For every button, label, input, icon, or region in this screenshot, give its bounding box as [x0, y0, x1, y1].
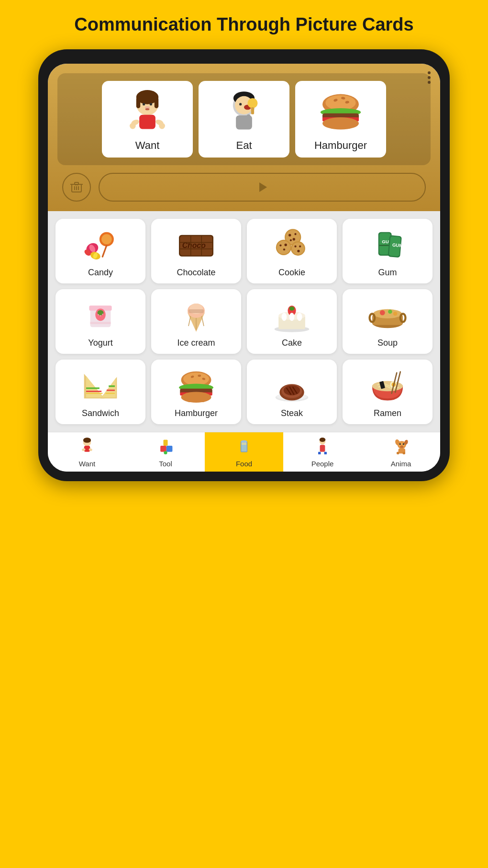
- nav-food-icon: [235, 437, 253, 458]
- svg-rect-90: [189, 309, 204, 313]
- cake-label: Cake: [282, 338, 302, 348]
- svg-point-148: [164, 451, 167, 454]
- svg-point-4: [143, 103, 145, 105]
- hamburger-card-image: [312, 88, 369, 135]
- food-card-candy[interactable]: Candy: [55, 219, 145, 283]
- svg-rect-167: [403, 452, 405, 454]
- food-card-sandwich[interactable]: Sandwich: [55, 360, 145, 424]
- dot2: [428, 76, 431, 79]
- nav-food-label: Food: [236, 460, 252, 468]
- food-card-cookie[interactable]: Cookie: [247, 219, 337, 283]
- chocolate-label: Chocolate: [177, 268, 215, 278]
- svg-text:GUM: GUM: [392, 242, 403, 248]
- svg-point-60: [277, 240, 290, 254]
- ramen-label: Ramen: [374, 408, 401, 418]
- nav-animal-icon: [392, 437, 410, 458]
- svg-rect-145: [160, 446, 166, 452]
- svg-point-66: [294, 245, 296, 247]
- eat-card-label: Eat: [236, 139, 252, 152]
- food-card-soup[interactable]: Soup: [343, 289, 433, 354]
- svg-point-55: [288, 234, 291, 236]
- svg-point-11: [130, 123, 136, 129]
- nav-tool-icon: [157, 437, 174, 458]
- svg-point-164: [400, 445, 403, 448]
- svg-rect-83: [90, 322, 111, 324]
- sentence-card-want[interactable]: Want: [102, 81, 193, 158]
- svg-point-30: [322, 117, 359, 129]
- food-card-hamburger[interactable]: Hamburger: [151, 360, 241, 424]
- dot3: [428, 81, 431, 84]
- svg-point-58: [290, 239, 292, 241]
- phone-frame: Want: [38, 49, 450, 481]
- nav-want-icon: [78, 437, 96, 458]
- sandwich-icon: [77, 366, 124, 405]
- svg-rect-155: [320, 445, 325, 451]
- svg-point-18: [247, 98, 257, 108]
- svg-rect-166: [397, 452, 399, 454]
- svg-rect-157: [324, 452, 327, 454]
- svg-rect-19: [251, 107, 254, 114]
- svg-point-102: [380, 310, 385, 315]
- svg-point-82: [102, 314, 103, 315]
- ramen-icon: [364, 366, 411, 405]
- svg-point-103: [388, 309, 392, 314]
- bottom-navigation: Want Tool: [48, 432, 440, 472]
- nav-item-tool[interactable]: Tool: [126, 432, 205, 472]
- delete-button[interactable]: [62, 173, 91, 202]
- food-card-yogurt[interactable]: Yogurt: [55, 289, 145, 354]
- icecream-icon: [172, 296, 220, 334]
- hamburger2-label: Hamburger: [175, 408, 218, 418]
- soup-icon: [364, 296, 411, 334]
- nav-item-animal[interactable]: Anima: [362, 432, 440, 472]
- svg-point-5: [150, 103, 152, 105]
- svg-point-95: [289, 306, 295, 311]
- nav-item-want[interactable]: Want: [48, 432, 126, 472]
- svg-marker-113: [101, 378, 116, 397]
- svg-point-62: [284, 243, 287, 246]
- food-card-cake[interactable]: Cake: [247, 289, 337, 354]
- svg-marker-37: [259, 182, 267, 192]
- svg-point-96: [282, 313, 287, 321]
- food-card-ramen[interactable]: Ramen: [343, 360, 433, 424]
- svg-point-104: [393, 312, 398, 316]
- food-card-gum[interactable]: GUM GUM Gum: [343, 219, 433, 283]
- svg-point-141: [83, 438, 91, 443]
- food-card-chocolate[interactable]: Choco Chocolate: [151, 219, 241, 283]
- food-card-icecream[interactable]: Ice cream: [151, 289, 241, 354]
- svg-point-67: [299, 245, 301, 247]
- svg-marker-108: [86, 376, 103, 397]
- svg-rect-152: [242, 445, 247, 451]
- nav-tool-label: Tool: [159, 460, 172, 468]
- svg-point-61: [279, 244, 281, 246]
- more-options-button[interactable]: [428, 71, 431, 84]
- svg-rect-2: [136, 97, 140, 108]
- gum-icon: GUM GUM: [364, 225, 411, 264]
- icecream-label: Ice cream: [177, 338, 215, 348]
- nav-people-icon: [314, 437, 331, 458]
- svg-point-65: [292, 242, 304, 255]
- cookie-label: Cookie: [278, 268, 305, 278]
- svg-point-63: [283, 248, 285, 250]
- sentence-card-eat[interactable]: Eat: [199, 81, 289, 158]
- sandwich-label: Sandwich: [82, 408, 119, 418]
- soup-label: Soup: [377, 338, 398, 348]
- controls-bar: [57, 173, 431, 202]
- chocolate-icon: Choco: [172, 225, 220, 264]
- food-card-steak[interactable]: Steak: [247, 360, 337, 424]
- nav-item-people[interactable]: People: [283, 432, 362, 472]
- play-button[interactable]: [99, 173, 426, 202]
- food-grid: Candy Choco Ch: [48, 211, 440, 432]
- svg-point-101: [373, 309, 402, 318]
- svg-point-68: [297, 249, 299, 252]
- svg-rect-21: [236, 115, 252, 129]
- cake-icon: [268, 296, 316, 334]
- sentence-card-hamburger[interactable]: Hamburger: [295, 81, 386, 158]
- svg-point-56: [294, 233, 296, 235]
- nav-want-label: Want: [79, 460, 95, 468]
- svg-point-7: [145, 108, 149, 110]
- svg-point-12: [159, 123, 165, 129]
- svg-point-80: [98, 314, 99, 315]
- nav-item-food[interactable]: Food: [205, 432, 283, 472]
- sentence-builder-area: Want: [48, 64, 440, 211]
- page-title: Communication Through Picture Cards: [74, 14, 413, 35]
